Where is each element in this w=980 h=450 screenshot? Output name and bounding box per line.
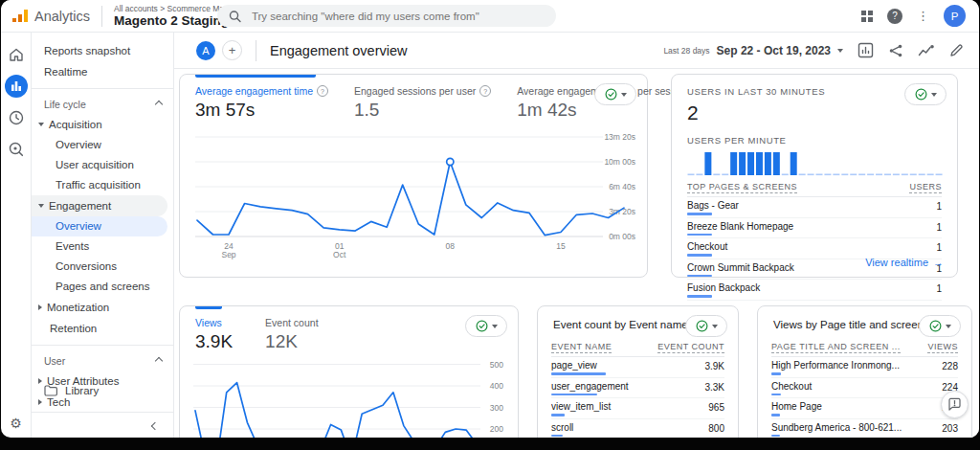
row-value-bar xyxy=(771,414,780,416)
avatar[interactable]: P xyxy=(944,5,966,27)
sidebar-item-monetization[interactable]: Monetization xyxy=(32,297,173,318)
add-comparison-button[interactable]: + xyxy=(222,40,242,60)
row-value-bar xyxy=(551,394,597,396)
sidebar-item-label: Monetization xyxy=(47,302,109,313)
sidebar-item-label: Engagement xyxy=(49,200,111,212)
nav-rail: ⚙ xyxy=(1,33,32,438)
metric-tab-event-count[interactable]: Event count 12K xyxy=(265,317,344,352)
table-row: scroll800 xyxy=(551,419,724,439)
metric-tab-views[interactable]: Views 3.9K xyxy=(195,317,265,352)
sidebar-item-events[interactable]: Events xyxy=(32,236,173,257)
row-value: 1 xyxy=(936,242,942,253)
data-quality-badge[interactable] xyxy=(919,315,961,337)
top-pages-table: TOP PAGES & SCREENS USERS Bags - Gear1Br… xyxy=(687,182,942,301)
kebab-menu-icon[interactable]: ⋮ xyxy=(917,9,929,24)
table-row: Sundberg America - 800-621...203 xyxy=(771,419,958,439)
view-realtime-link[interactable]: View realtime → xyxy=(865,257,944,268)
row-value-bar xyxy=(771,394,781,396)
collection-badge[interactable]: A xyxy=(196,41,215,60)
row-value-bar xyxy=(551,372,606,375)
column-header-users[interactable]: USERS xyxy=(909,182,942,193)
data-quality-badge[interactable] xyxy=(685,315,727,337)
advertising-icon[interactable] xyxy=(5,138,28,161)
sidebar-item-overview[interactable]: Overview xyxy=(32,135,173,155)
svg-text:15: 15 xyxy=(556,241,566,251)
column-header-pages[interactable]: TOP PAGES & SCREENS xyxy=(687,182,797,193)
feedback-bubble-icon xyxy=(947,397,962,412)
sidebar-section-life-cycle[interactable]: Life cycle xyxy=(32,95,173,114)
metric-tab-engaged-sessions-per-user[interactable]: Engaged sessions per user? 1.5 xyxy=(354,85,517,121)
row-value: 800 xyxy=(708,423,724,434)
page-title: Engagement overview xyxy=(270,43,407,58)
report-comparison-icon[interactable] xyxy=(858,42,874,58)
sidebar-divider xyxy=(32,345,173,346)
svg-text:500: 500 xyxy=(490,360,503,370)
metric-tab-average-engagement-time[interactable]: Average engagement time? 3m 57s xyxy=(195,85,354,121)
row-name: Checkout xyxy=(687,241,885,252)
share-icon[interactable] xyxy=(888,43,903,58)
row-value-bar xyxy=(687,254,712,257)
row-value-bar xyxy=(551,435,563,438)
sidebar-item-overview[interactable]: Overview xyxy=(32,216,167,236)
metric-label: Views xyxy=(195,317,222,328)
svg-text:6m 40s: 6m 40s xyxy=(609,182,635,191)
date-range-value: Sep 22 - Oct 19, 2023 xyxy=(717,44,831,57)
column-header-event-name[interactable]: EVENT NAME xyxy=(551,342,612,353)
sidebar-item-acquisition[interactable]: Acquisition xyxy=(32,114,173,135)
arrow-right-icon: → xyxy=(933,257,944,268)
sidebar-item-traffic-acquisition[interactable]: Traffic acquisition xyxy=(32,175,173,195)
reports-sidebar: Reports snapshotRealtimeLife cycleAcquis… xyxy=(32,33,174,438)
check-circle-icon xyxy=(915,88,927,101)
collapse-sidebar-icon[interactable] xyxy=(151,421,159,429)
sidebar-item-reports-snapshot[interactable]: Reports snapshot xyxy=(32,40,173,61)
search-input[interactable] xyxy=(250,10,545,23)
table-row: Bags - Gear1 xyxy=(687,197,942,218)
search-bar[interactable] xyxy=(217,5,556,27)
svg-text:08: 08 xyxy=(446,241,456,251)
triangle-right-icon xyxy=(38,399,42,405)
search-icon xyxy=(229,10,241,23)
help-icon[interactable]: ? xyxy=(887,9,902,24)
explore-icon[interactable] xyxy=(5,106,28,129)
active-metric-indicator xyxy=(195,75,316,78)
insights-icon[interactable] xyxy=(918,44,935,57)
reports-icon[interactable] xyxy=(5,75,28,98)
column-header-event-count[interactable]: EVENT COUNT xyxy=(657,342,724,353)
sidebar-item-pages-and-screens[interactable]: Pages and screens xyxy=(32,277,173,297)
row-name: Checkout xyxy=(771,381,917,392)
sidebar-section-user[interactable]: User xyxy=(32,351,173,371)
feedback-button[interactable] xyxy=(941,391,969,418)
column-header-page-title[interactable]: PAGE TITLE AND SCREEN ... xyxy=(771,342,901,353)
row-name: user_engagement xyxy=(551,381,686,392)
sidebar-item-conversions[interactable]: Conversions xyxy=(32,257,173,277)
sidebar-item-user-acquisition[interactable]: User acquisition xyxy=(32,155,173,175)
home-icon[interactable] xyxy=(5,43,28,66)
views-card: Views 3.9K Event count 12K xyxy=(179,305,519,438)
pages-table: PAGE TITLE AND SCREEN ... VIEWS High Per… xyxy=(758,342,971,438)
sidebar-item-realtime[interactable]: Realtime xyxy=(32,61,173,82)
chevron-down-icon xyxy=(931,93,937,97)
row-value: 203 xyxy=(942,423,958,434)
event-count-card: Event count by Event name EVENT NAME xyxy=(537,305,739,438)
date-range-picker[interactable]: Last 28 days Sep 22 - Oct 19, 2023 xyxy=(663,44,843,57)
sidebar-item-engagement[interactable]: Engagement xyxy=(32,195,167,216)
column-header-views[interactable]: VIEWS xyxy=(927,342,958,353)
apps-grid-icon[interactable] xyxy=(861,11,873,22)
sidebar-item-library[interactable]: Library xyxy=(44,385,99,396)
row-name: scroll xyxy=(551,422,686,433)
data-quality-badge[interactable] xyxy=(904,83,947,105)
topbar-divider xyxy=(101,6,102,27)
metric-value: 12K xyxy=(265,331,318,352)
svg-text:Oct: Oct xyxy=(333,250,346,259)
chevron-down-icon xyxy=(946,325,951,328)
table-row: view_item_list965 xyxy=(551,398,724,419)
admin-gear-icon[interactable]: ⚙ xyxy=(1,416,31,431)
data-quality-badge[interactable] xyxy=(465,315,507,337)
edit-pencil-icon[interactable] xyxy=(949,43,964,57)
row-name: Sundberg America - 800-621... xyxy=(771,422,917,433)
triangle-right-icon xyxy=(38,378,42,384)
row-value-bar xyxy=(687,295,712,298)
sidebar-item-retention[interactable]: Retention xyxy=(32,318,173,339)
data-quality-badge[interactable] xyxy=(594,83,636,105)
sidebar-divider xyxy=(32,88,173,89)
